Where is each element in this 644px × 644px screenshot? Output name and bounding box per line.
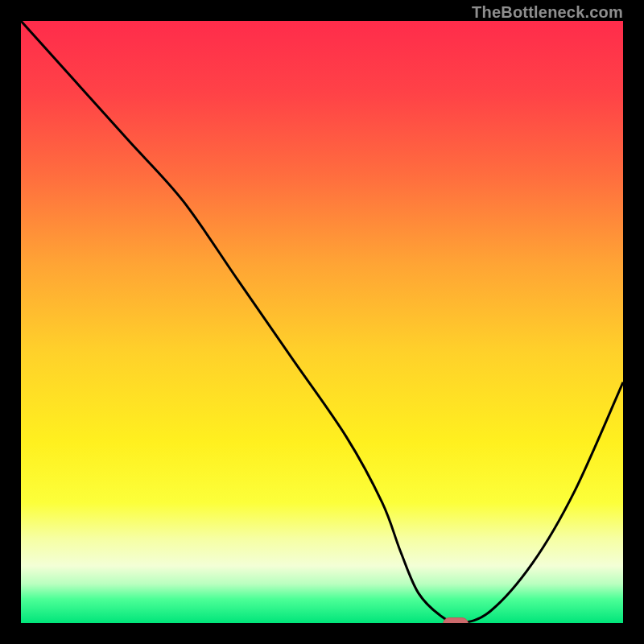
watermark-text: TheBottleneck.com <box>472 3 623 22</box>
background-gradient <box>21 21 623 623</box>
plot-area <box>21 21 623 623</box>
chart-container: { "watermark": "TheBottleneck.com", "col… <box>0 0 644 644</box>
svg-rect-0 <box>21 21 623 623</box>
